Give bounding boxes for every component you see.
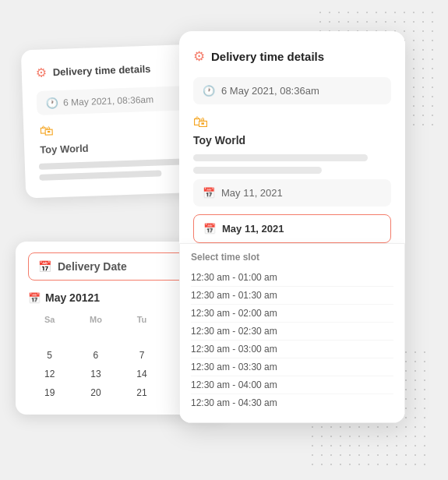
main-date-field-value: May 11, 2021 [221, 187, 283, 199]
cal-day-empty-2 [71, 327, 120, 346]
cal-day-20[interactable]: 20 [71, 383, 120, 402]
main-date-row[interactable]: 📅 May 11, 2021 [193, 179, 391, 206]
time-slot-item-7[interactable]: 12:30 am - 04:30 am [191, 394, 393, 411]
main-clock-icon: 🕐 [203, 85, 215, 97]
cal-day-6[interactable]: 6 [71, 346, 120, 365]
main-datetime-row: 🕐 6 May 2021, 08:36am [193, 77, 391, 104]
main-gear-icon: ⚙ [193, 48, 205, 65]
card-back-title-text: Delivery time details [53, 63, 151, 78]
time-slot-item-0[interactable]: 12:30 am - 01:00 am [191, 269, 393, 287]
main-date-selected-value: May 11, 2021 [222, 223, 284, 235]
main-gray-bar-2 [193, 167, 322, 174]
main-calendar-icon-2: 📅 [203, 223, 216, 235]
time-slot-item-5[interactable]: 12:30 am - 03:30 am [191, 358, 393, 376]
gear-icon: ⚙ [35, 65, 47, 79]
time-slot-item-6[interactable]: 12:30 am - 04:00 am [191, 376, 393, 394]
time-slot-item-4[interactable]: 12:30 am - 03:00 am [191, 341, 393, 358]
time-slot-item-1[interactable]: 12:30 am - 01:30 am [191, 287, 393, 305]
time-slot-title: Select time slot [191, 252, 393, 263]
time-slot-dropdown: Select time slot 12:30 am - 01:00 am 12:… [179, 243, 405, 423]
cal-day-14[interactable]: 14 [120, 365, 163, 383]
weekday-mo: Mo [71, 312, 120, 327]
cal-day-21[interactable]: 21 [120, 383, 163, 402]
time-slot-item-2[interactable]: 12:30 am - 02:00 am [191, 305, 393, 323]
cal-day-5[interactable]: 5 [28, 346, 71, 365]
calendar-icon-orange: 📅 [38, 260, 51, 273]
weekday-sa: Sa [28, 312, 71, 327]
main-title-text: Delivery time details [211, 50, 324, 63]
cal-day-empty-1 [28, 327, 71, 346]
card-back-datetime-text: 6 May 2021, 08:36am [63, 94, 153, 108]
main-gray-bar-1 [193, 154, 368, 161]
cal-day-19[interactable]: 19 [28, 383, 71, 402]
main-shop-name: Toy World [193, 134, 391, 146]
card-main: ⚙ Delivery time details 🕐 6 May 2021, 08… [179, 31, 405, 423]
clock-icon: 🕐 [46, 97, 59, 109]
calendar-month-year: May 20121 [45, 291, 100, 304]
delivery-date-label: Delivery Date [58, 260, 127, 273]
cal-day-12[interactable]: 12 [28, 365, 71, 383]
time-slot-item-3[interactable]: 12:30 am - 02:30 am [191, 323, 393, 341]
calendar-icon-gray: 📅 [28, 292, 41, 304]
weekday-tu: Tu [120, 312, 163, 327]
main-title-row: ⚙ Delivery time details [193, 48, 391, 65]
main-bag-icon: 🛍 [193, 114, 391, 131]
main-datetime-text: 6 May 2021, 08:36am [221, 85, 319, 97]
main-calendar-icon-1: 📅 [203, 187, 215, 199]
main-date-selected-row[interactable]: 📅 May 11, 2021 [193, 214, 391, 243]
cal-day-7[interactable]: 7 [120, 346, 163, 365]
cal-day-empty-3 [120, 327, 163, 346]
gray-bar-long [39, 158, 196, 170]
cal-day-13[interactable]: 13 [71, 365, 120, 383]
gray-bar-short [39, 170, 161, 180]
